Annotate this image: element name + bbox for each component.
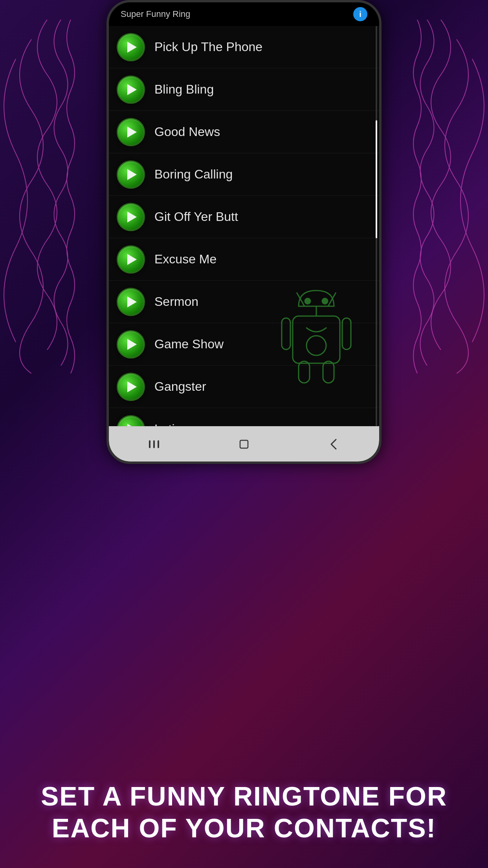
list-item[interactable]: Pick Up The Phone [109, 26, 379, 68]
right-wave-decoration [402, 20, 488, 373]
scrollbar[interactable] [375, 26, 378, 426]
play-triangle-icon [127, 169, 137, 180]
play-button[interactable] [117, 203, 145, 231]
status-icons: i [353, 7, 367, 21]
play-button[interactable] [117, 373, 145, 401]
svg-point-3 [322, 298, 328, 304]
android-mascot [277, 285, 356, 387]
promotional-text: Set a Funny Ringtone for Each of Your Co… [0, 780, 488, 844]
menu-nav-icon[interactable] [142, 432, 166, 456]
ringtone-name: Git Off Yer Butt [154, 210, 238, 224]
play-triangle-icon [127, 127, 137, 138]
ringtone-name: Sermon [154, 294, 198, 309]
play-triangle-icon [127, 381, 137, 392]
svg-rect-8 [323, 361, 334, 383]
play-button[interactable] [117, 330, 145, 359]
scrollbar-track [376, 26, 377, 426]
home-nav-icon[interactable] [232, 432, 256, 456]
play-triangle-icon [127, 211, 137, 223]
left-wave-decoration [0, 20, 79, 373]
status-bar: Super Funny Ring i [109, 2, 379, 26]
ringtone-name: Excuse Me [154, 252, 216, 267]
play-button[interactable] [117, 288, 145, 316]
app-title: Super Funny Ring [121, 9, 190, 19]
svg-rect-7 [299, 361, 310, 383]
phone-frame: Super Funny Ring i Pick Up The PhoneBlin… [106, 0, 382, 464]
list-item[interactable]: Excuse Me [109, 238, 379, 281]
back-nav-icon[interactable] [322, 432, 346, 456]
play-button[interactable] [117, 160, 145, 189]
svg-rect-6 [342, 318, 351, 349]
play-triangle-icon [127, 296, 137, 307]
svg-rect-12 [153, 440, 155, 448]
svg-rect-4 [293, 316, 340, 363]
play-button[interactable] [117, 415, 145, 427]
scrollbar-thumb[interactable] [376, 120, 377, 238]
play-triangle-icon [127, 339, 137, 350]
svg-point-2 [305, 298, 310, 304]
list-item[interactable]: Boring Calling [109, 153, 379, 196]
ringtone-name: Good News [154, 125, 220, 139]
ringtone-name: Boring Calling [154, 167, 233, 182]
svg-rect-5 [282, 318, 290, 349]
ringtone-name: Game Show [154, 337, 224, 351]
list-item[interactable]: Latin [109, 408, 379, 426]
play-button[interactable] [117, 33, 145, 61]
list-item[interactable]: Bling Bling [109, 68, 379, 111]
svg-rect-14 [240, 440, 248, 448]
phone-screen: Super Funny Ring i Pick Up The PhoneBlin… [109, 2, 379, 462]
svg-rect-11 [149, 440, 150, 448]
ringtone-name: Latin [154, 422, 182, 426]
ringtone-name: Pick Up The Phone [154, 40, 262, 54]
list-item[interactable]: Good News [109, 111, 379, 153]
svg-point-10 [306, 336, 326, 355]
ringtone-list: Pick Up The PhoneBling BlingGood NewsBor… [109, 26, 379, 426]
nav-bar [109, 426, 379, 462]
ringtone-name: Gangster [154, 379, 206, 394]
play-button[interactable] [117, 245, 145, 274]
play-triangle-icon [127, 254, 137, 265]
bottom-text-section: Set a Funny Ringtone for Each of Your Co… [0, 780, 488, 844]
info-icon[interactable]: i [353, 7, 367, 21]
play-triangle-icon [127, 42, 137, 53]
ringtone-name: Bling Bling [154, 82, 214, 97]
play-button[interactable] [117, 75, 145, 104]
list-item[interactable]: Git Off Yer Butt [109, 196, 379, 238]
play-button[interactable] [117, 118, 145, 146]
svg-rect-13 [158, 440, 159, 448]
play-triangle-icon [127, 84, 137, 95]
